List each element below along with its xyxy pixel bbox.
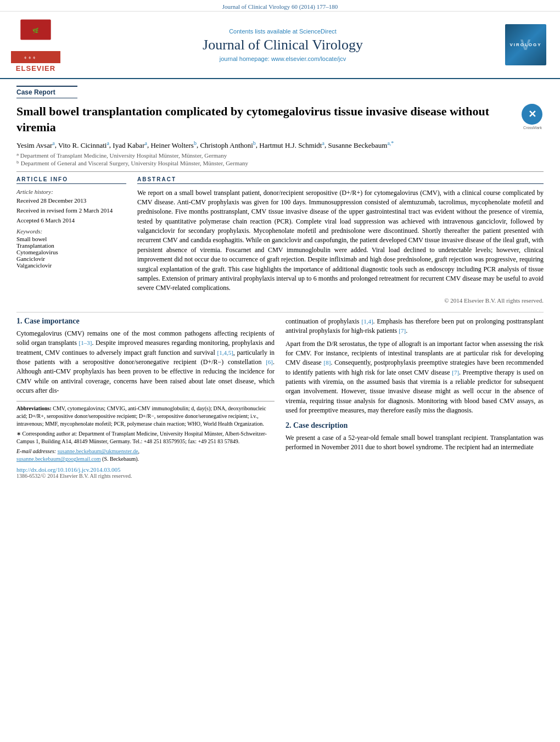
info-abstract-section: ARTICLE INFO Article history: Received 2… (16, 176, 544, 305)
affiliation-b: ᵇ Department of General and Visceral Sur… (16, 160, 544, 167)
journal-header: 🌿 ⚘ ⚘ ⚘ ELSEVIER Contents lists availabl… (0, 12, 560, 79)
svg-text:⚘ ⚘ ⚘: ⚘ ⚘ ⚘ (24, 56, 36, 60)
author-heiner: Heiner Woltersb (150, 141, 197, 149)
author-vito: Vito R. Cicinnatia (58, 141, 109, 149)
journal-title-block: Contents lists available at ScienceDirec… (60, 28, 505, 62)
doi-line[interactable]: http://dx.doi.org/10.1016/j.jcv.2014.03.… (16, 466, 275, 473)
section1-title: 1. Case importance (16, 317, 275, 326)
article-info-header: ARTICLE INFO (16, 176, 126, 184)
section2-text: We present a case of a 52-year-old femal… (285, 433, 544, 453)
abstract-paragraph: We report on a small bowel transplant pa… (137, 188, 544, 293)
body-section: 1. Case importance Cytomegalovirus (CMV)… (16, 312, 544, 479)
affiliations: ᵃ Department of Transplant Medicine, Uni… (16, 152, 544, 167)
abstract-header: ABSTRACT (137, 176, 544, 184)
body-two-col: 1. Case importance Cytomegalovirus (CMV)… (16, 317, 544, 479)
journal-title: Journal of Clinical Virology (60, 37, 505, 53)
footnote-section: Abbreviations: CMV, cytomegalovirus; CMV… (16, 401, 275, 479)
crossmark-logo: ✕ CrossMark (522, 104, 544, 126)
email2-link[interactable]: susanne.beckebaum@googlemail.com (16, 456, 101, 462)
keyword-cytomegalovirus: Cytomegalovirus (16, 249, 126, 255)
main-content: Case Report Small bowel transplantation … (0, 79, 560, 484)
received-date: Received 28 December 2013 (16, 197, 126, 204)
sciencedirect-link[interactable]: ScienceDirect (299, 28, 337, 35)
section2-title: 2. Case description (285, 421, 544, 430)
authors-line: Yesim Avsara, Vito R. Cicinnatia, Iyad K… (16, 140, 544, 149)
section1-text-left: Cytomegalovirus (CMV) remains one of the… (16, 329, 275, 396)
article-title: Small bowel transplantation complicated … (16, 104, 513, 135)
author-christoph: Christoph Anthonib (200, 141, 255, 149)
abstract-text: We report on a small bowel transplant pa… (137, 188, 544, 305)
article-info-column: ARTICLE INFO Article history: Received 2… (16, 176, 126, 305)
elsevier-text: ELSEVIER (11, 64, 60, 72)
issn-line: 1386-6532/© 2014 Elsevier B.V. All right… (16, 473, 275, 479)
email1-link[interactable]: susanne.beckebaum@ukmuenster.de (58, 448, 138, 454)
body-right-column: continuation of prophylaxis [1,4]. Empha… (285, 317, 544, 479)
corresponding-footnote: ∗ Corresponding author at: Department of… (16, 430, 275, 445)
elsevier-red-bar: ⚘ ⚘ ⚘ (11, 51, 60, 63)
contents-line: Contents lists available at ScienceDirec… (60, 28, 505, 35)
abbreviations-text: Abbreviations: CMV, cytomegalovirus; CMV… (16, 405, 275, 428)
article-title-row: Small bowel transplantation complicated … (16, 104, 544, 135)
case-report-label: Case Report (16, 86, 77, 98)
author-hartmut: Hartmut H.J. Schmidta (259, 141, 324, 149)
elsevier-logo: 🌿 ⚘ ⚘ ⚘ ELSEVIER (11, 17, 60, 72)
crossmark-icon: ✕ (522, 104, 542, 125)
keyword-valganciclovir: Valganciclovir (16, 262, 126, 269)
author-yesim: Yesim Avsara (16, 141, 55, 149)
journal-reference-bar: Journal of Clinical Virology 60 (2014) 1… (0, 0, 560, 12)
author-susanne: Susanne Beckebauma,* (328, 141, 394, 149)
email-footnote: E-mail addresses: susanne.beckebaum@ukmu… (16, 448, 275, 463)
revised-date: Received in revised form 2 March 2014 (16, 207, 126, 214)
abstract-column: ABSTRACT We report on a small bowel tran… (137, 176, 544, 305)
copyright-line: © 2014 Elsevier B.V. All rights reserved… (137, 297, 544, 305)
author-iyad: Iyad Kabara (113, 141, 147, 149)
virology-logo: V VIROLOGY (505, 24, 549, 65)
keywords-header: Keywords: (16, 228, 126, 235)
accepted-date: Accepted 6 March 2014 (16, 217, 126, 224)
affiliation-a: ᵃ Department of Transplant Medicine, Uni… (16, 152, 544, 159)
section1-text-right: continuation of prophylaxis [1,4]. Empha… (285, 317, 544, 416)
homepage-url[interactable]: www.elsevier.com/locate/jcv (271, 55, 346, 62)
virology-box: V VIROLOGY (505, 24, 546, 65)
svg-text:🌿: 🌿 (32, 27, 39, 34)
journal-ref-text: Journal of Clinical Virology 60 (2014) 1… (222, 3, 338, 10)
keyword-transplantation: Transplantation (16, 242, 126, 249)
history-label: Article history: (16, 188, 126, 195)
keyword-ganciclovir: Ganciclovir (16, 255, 126, 262)
keyword-small-bowel: Small bowel (16, 236, 126, 242)
body-left-column: 1. Case importance Cytomegalovirus (CMV)… (16, 317, 275, 479)
divider-1 (16, 171, 544, 172)
journal-homepage: journal homepage: www.elsevier.com/locat… (60, 55, 505, 62)
footnote-text: Abbreviations: CMV, cytomegalovirus; CMV… (16, 405, 275, 463)
